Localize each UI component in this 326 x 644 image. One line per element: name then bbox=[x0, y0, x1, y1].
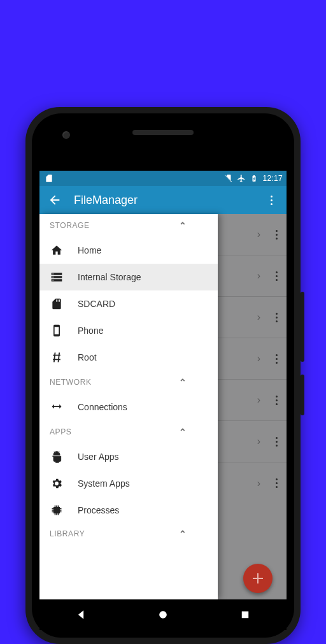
drawer-item-label: Home bbox=[78, 245, 101, 255]
no-sim-icon bbox=[224, 174, 233, 183]
drawer-item-label: Processes bbox=[78, 505, 119, 515]
drawer-item-label: SDCARD bbox=[78, 299, 115, 309]
side-button bbox=[301, 292, 304, 362]
airplane-mode-icon bbox=[237, 174, 246, 183]
section-header-apps[interactable]: APPS ⌃ bbox=[39, 420, 218, 443]
nav-recents-button[interactable] bbox=[237, 607, 253, 622]
row-overflow-icon[interactable] bbox=[276, 437, 278, 447]
section-label: LIBRARY bbox=[50, 529, 179, 538]
drawer-item-phone[interactable]: Phone bbox=[39, 317, 218, 344]
android-icon bbox=[50, 450, 64, 464]
gear-icon bbox=[50, 476, 64, 490]
navigation-drawer: STORAGE ⌃ Home Internal Storage SDCARD bbox=[39, 214, 218, 599]
chevron-up-icon: ⌃ bbox=[179, 220, 187, 231]
section-label: STORAGE bbox=[50, 221, 179, 230]
system-nav-bar bbox=[39, 599, 287, 630]
drawer-item-connections[interactable]: Connections bbox=[39, 394, 218, 420]
status-bar: 12:17 bbox=[39, 171, 287, 186]
fab-add-button[interactable] bbox=[243, 564, 273, 593]
chevron-right-icon: › bbox=[257, 270, 260, 282]
phone-frame: 12:17 FileManager › › › › › › › bbox=[25, 107, 301, 644]
svg-point-1 bbox=[52, 276, 53, 278]
chevron-right-icon: › bbox=[257, 353, 260, 364]
status-clock: 12:17 bbox=[262, 174, 283, 183]
section-header-library[interactable]: LIBRARY ⌃ bbox=[39, 524, 218, 544]
chevron-right-icon: › bbox=[257, 436, 260, 447]
chip-icon bbox=[50, 503, 64, 517]
sdcard-icon bbox=[50, 297, 64, 311]
app-bar: FileManager bbox=[39, 186, 287, 214]
more-vert-icon bbox=[271, 196, 273, 205]
overflow-menu-button[interactable] bbox=[262, 191, 280, 209]
nav-home-button[interactable] bbox=[155, 607, 171, 622]
section-label: APPS bbox=[50, 427, 179, 436]
row-overflow-icon[interactable] bbox=[276, 271, 278, 281]
sdcard-status-icon bbox=[45, 174, 53, 183]
battery-charging-icon bbox=[250, 174, 259, 183]
svg-point-2 bbox=[52, 280, 53, 281]
row-overflow-icon[interactable] bbox=[276, 230, 278, 240]
drawer-item-processes[interactable]: Processes bbox=[39, 497, 218, 524]
row-overflow-icon[interactable] bbox=[276, 478, 278, 488]
drawer-item-label: Phone bbox=[78, 326, 103, 336]
nav-back-button[interactable] bbox=[73, 607, 89, 622]
row-overflow-icon[interactable] bbox=[276, 354, 278, 364]
drawer-item-label: Connections bbox=[78, 402, 127, 412]
back-button[interactable] bbox=[46, 191, 64, 209]
storage-icon bbox=[50, 270, 64, 284]
camera-dot bbox=[62, 131, 70, 139]
drawer-item-label: System Apps bbox=[78, 478, 130, 489]
chevron-up-icon: ⌃ bbox=[179, 529, 187, 539]
drawer-item-sdcard[interactable]: SDCARD bbox=[39, 290, 218, 317]
chevron-up-icon: ⌃ bbox=[179, 427, 187, 437]
drawer-item-label: Internal Storage bbox=[78, 272, 141, 282]
drawer-item-label: User Apps bbox=[78, 452, 119, 462]
speaker-grille bbox=[132, 130, 194, 135]
svg-point-0 bbox=[52, 273, 53, 275]
section-header-network[interactable]: NETWORK ⌃ bbox=[39, 371, 218, 394]
side-button bbox=[301, 375, 304, 415]
svg-rect-4 bbox=[242, 612, 249, 619]
home-icon bbox=[50, 243, 64, 257]
row-overflow-icon[interactable] bbox=[276, 313, 278, 322]
phone-icon bbox=[50, 324, 64, 338]
connections-icon bbox=[50, 400, 64, 414]
chevron-right-icon: › bbox=[257, 478, 260, 489]
screen: 12:17 FileManager › › › › › › › bbox=[39, 171, 287, 630]
drawer-item-label: Root bbox=[78, 352, 97, 362]
drawer-item-user-apps[interactable]: User Apps bbox=[39, 443, 218, 470]
section-label: NETWORK bbox=[50, 378, 179, 387]
row-overflow-icon[interactable] bbox=[276, 396, 278, 405]
chevron-right-icon: › bbox=[257, 311, 260, 323]
chevron-right-icon: › bbox=[257, 229, 260, 240]
chevron-up-icon: ⌃ bbox=[179, 377, 187, 387]
drawer-item-home[interactable]: Home bbox=[39, 237, 218, 264]
svg-point-3 bbox=[159, 611, 167, 619]
drawer-item-root[interactable]: Root bbox=[39, 344, 218, 371]
hash-icon bbox=[50, 350, 64, 364]
drawer-item-system-apps[interactable]: System Apps bbox=[39, 470, 218, 497]
drawer-item-internal-storage[interactable]: Internal Storage bbox=[39, 264, 218, 290]
app-title: FileManager bbox=[74, 194, 262, 207]
section-header-storage[interactable]: STORAGE ⌃ bbox=[39, 214, 218, 237]
chevron-right-icon: › bbox=[257, 394, 260, 406]
